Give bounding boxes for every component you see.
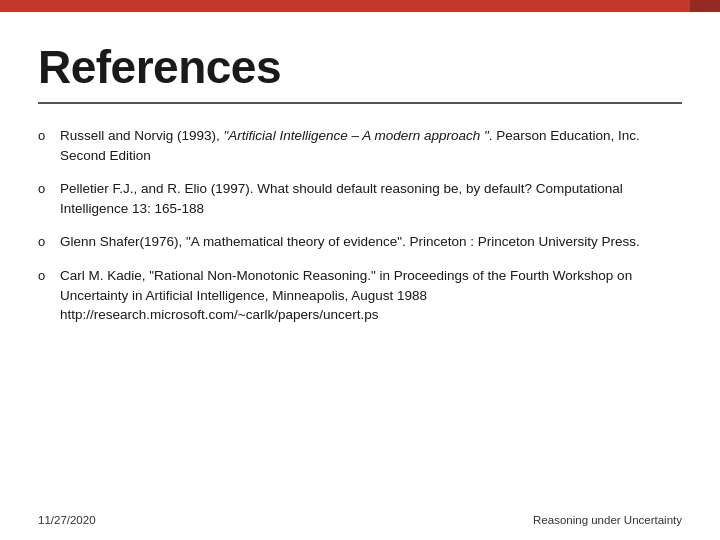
bullet-icon: o	[38, 267, 60, 286]
list-item: oPelletier F.J., and R. Elio (1997). Wha…	[38, 179, 682, 218]
page-title: References	[38, 40, 682, 94]
list-item: oGlenn Shafer(1976), "A mathematical the…	[38, 232, 682, 252]
bullet-icon: o	[38, 233, 60, 252]
reference-text: Glenn Shafer(1976), "A mathematical theo…	[60, 232, 682, 252]
bullet-icon: o	[38, 127, 60, 146]
top-bar	[0, 0, 720, 12]
reference-text: Russell and Norvig (1993), "Artificial I…	[60, 126, 682, 165]
footer: 11/27/2020 Reasoning under Uncertainty	[38, 514, 682, 526]
corner-box	[690, 0, 720, 12]
reference-text: Pelletier F.J., and R. Elio (1997). What…	[60, 179, 682, 218]
slide-content: References oRussell and Norvig (1993), "…	[0, 12, 720, 540]
references-list: oRussell and Norvig (1993), "Artificial …	[38, 126, 682, 325]
reference-text: Carl M. Kadie, "Rational Non-Monotonic R…	[60, 266, 682, 325]
list-item: oRussell and Norvig (1993), "Artificial …	[38, 126, 682, 165]
divider	[38, 102, 682, 104]
bullet-icon: o	[38, 180, 60, 199]
list-item: oCarl M. Kadie, "Rational Non-Monotonic …	[38, 266, 682, 325]
footer-subtitle: Reasoning under Uncertainty	[533, 514, 682, 526]
footer-date: 11/27/2020	[38, 514, 96, 526]
